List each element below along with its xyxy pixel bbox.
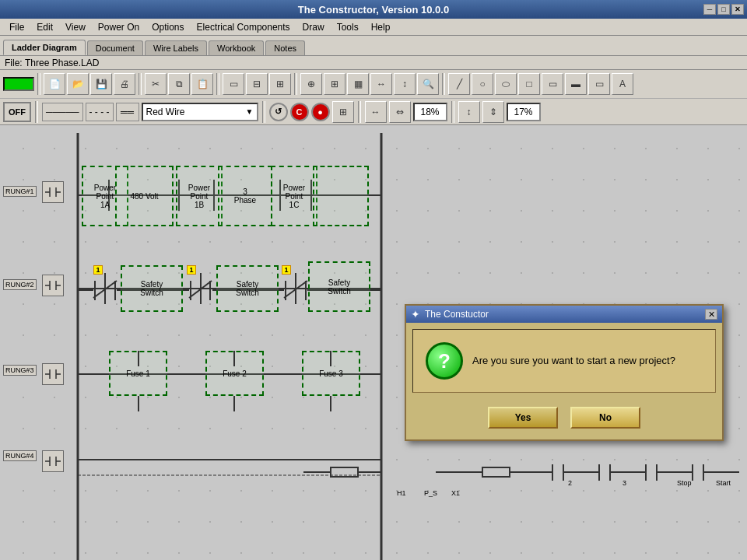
component-table[interactable]: ⊞: [324, 73, 345, 95]
tab-ladder-diagram[interactable]: Ladder Diagram: [3, 40, 86, 55]
solid-line-btn[interactable]: ─────: [42, 103, 83, 121]
rect2-tool[interactable]: ▭: [542, 73, 563, 95]
dialog-question-icon: ?: [426, 342, 463, 380]
menu-bar: File Edit View Power On Options Electric…: [0, 19, 747, 36]
power-point-1c[interactable]: PowerPoint1C: [271, 166, 317, 226]
rect4-tool[interactable]: ▭: [588, 73, 610, 95]
menu-edit[interactable]: Edit: [30, 20, 59, 34]
menu-options[interactable]: Options: [146, 20, 190, 34]
rect-tool[interactable]: □: [518, 73, 540, 95]
circle-tool[interactable]: ○: [472, 73, 493, 95]
dropdown-arrow: ▼: [246, 107, 254, 116]
toolbar-row2: OFF ───── - - - - ══ Red Wire ▼ ↺ C ● ⊞ …: [0, 98, 747, 124]
tab-workbook[interactable]: Workbook: [209, 40, 264, 55]
io-btn2[interactable]: ↕: [394, 73, 416, 95]
bottom-label-start: Start: [716, 479, 731, 487]
cut-button[interactable]: ✂: [145, 73, 167, 95]
safety-switch-2[interactable]: SafetySwitch: [216, 265, 279, 312]
rung-icon-1: [42, 181, 64, 203]
grid-button[interactable]: ⊞: [269, 73, 291, 95]
ellipse-tool[interactable]: ⬭: [495, 73, 517, 95]
dialog-content: ? Are you sure you want to start a new p…: [412, 329, 716, 393]
rung-icon-3: [42, 363, 64, 385]
save-button[interactable]: 💾: [90, 73, 112, 95]
safety-switch-1[interactable]: SafetySwitch: [121, 265, 183, 312]
contact-num-3: 1: [282, 265, 291, 275]
record-btn[interactable]: ●: [311, 103, 330, 121]
window-controls: ─ □ ✕: [703, 4, 744, 15]
zoom-v-out[interactable]: ↕: [458, 101, 480, 123]
tab-notes[interactable]: Notes: [265, 40, 305, 55]
480volt[interactable]: 480 Volt: [115, 166, 174, 226]
tab-wire-labels[interactable]: Wire Labels: [145, 40, 207, 55]
dialog-yes-button[interactable]: Yes: [488, 407, 558, 429]
zoom-h-in[interactable]: ⇔: [389, 101, 411, 123]
tb-sep-5: [442, 73, 445, 95]
new-button[interactable]: 📄: [44, 73, 65, 95]
wire-type-label: Red Wire: [146, 107, 185, 117]
minimize-button[interactable]: ─: [703, 4, 716, 15]
title-bar: The Constructor, Version 10.0.0 ─ □ ✕: [0, 0, 747, 19]
main-canvas[interactable]: RUNG#1 RUNG#2 RUNG#3 RUNG#4 PowerPoint1A…: [0, 125, 747, 560]
menu-help[interactable]: Help: [365, 20, 397, 34]
bottom-label-h1: H1: [397, 489, 406, 497]
filename: Three Phase.LAD: [25, 58, 99, 68]
menu-poweron[interactable]: Power On: [92, 20, 146, 34]
split-button[interactable]: ⊟: [246, 73, 268, 95]
refresh-btn[interactable]: ↺: [269, 103, 288, 121]
close-button[interactable]: ✕: [731, 4, 744, 15]
menu-tools[interactable]: Tools: [331, 20, 365, 34]
io-btn1[interactable]: ↔: [370, 73, 392, 95]
menu-electrical[interactable]: Electrical Components: [191, 20, 296, 34]
safety-switch-3[interactable]: SafetySwitch: [308, 261, 370, 312]
more-btn[interactable]: A: [612, 73, 633, 95]
app-title: The Constructor, Version 10.0.0: [298, 4, 449, 16]
rung-icon-2: [42, 275, 64, 296]
file-info: File: Three Phase.LAD: [0, 56, 747, 70]
rect3-tool[interactable]: ▬: [565, 73, 587, 95]
paste-button[interactable]: 📋: [191, 73, 213, 95]
menu-draw[interactable]: Draw: [296, 20, 331, 34]
tb-sep-4: [294, 73, 297, 95]
open-button[interactable]: 📂: [67, 73, 89, 95]
rung-label-3: RUNG#3: [3, 365, 37, 376]
menu-view[interactable]: View: [59, 20, 92, 34]
bottom-label-2: 2: [568, 479, 572, 487]
contact-num-1: 1: [93, 265, 103, 275]
tab-document[interactable]: Document: [87, 40, 143, 55]
component-view[interactable]: ▦: [347, 73, 369, 95]
copy-button[interactable]: ⧉: [168, 73, 190, 95]
maximize-button[interactable]: □: [717, 4, 730, 15]
3phase[interactable]: 3Phase: [218, 166, 272, 226]
dialog-no-button[interactable]: No: [570, 407, 640, 429]
power-indicator: [3, 77, 34, 91]
empty-box-1[interactable]: [313, 166, 369, 226]
fuse-3[interactable]: Fuse 3: [302, 351, 360, 396]
zoom-h-out[interactable]: ↔: [365, 101, 387, 123]
rect-button[interactable]: ▭: [223, 73, 244, 95]
rung-label-4: RUNG#4: [3, 450, 37, 461]
menu-file[interactable]: File: [3, 20, 30, 34]
double-line-btn[interactable]: ══: [116, 103, 139, 121]
file-label: File:: [5, 58, 23, 68]
component-add[interactable]: ⊕: [300, 73, 322, 95]
print-button[interactable]: 🖨: [114, 73, 135, 95]
fuse-1[interactable]: Fuse 1: [109, 351, 167, 396]
rung-label-2: RUNG#2: [3, 279, 37, 290]
dialog: ✦ The Constuctor ✕ ? Are you sure you wa…: [405, 304, 724, 441]
dashed-line-btn[interactable]: - - - -: [86, 103, 114, 121]
dialog-close-button[interactable]: ✕: [705, 309, 717, 320]
contact-num-2: 1: [187, 265, 196, 275]
power-point-1b[interactable]: PowerPoint1B: [176, 166, 223, 226]
fuse-2[interactable]: Fuse 2: [205, 351, 264, 396]
stop-btn[interactable]: C: [290, 103, 309, 121]
zoom-v-in[interactable]: ⇕: [482, 101, 504, 123]
line-tool[interactable]: ╱: [448, 73, 470, 95]
wire-type-dropdown[interactable]: Red Wire ▼: [142, 103, 258, 121]
tb-sep-2: [139, 73, 142, 95]
zoom-btn[interactable]: 🔍: [417, 73, 439, 95]
dialog-buttons: Yes No: [406, 399, 722, 439]
tabs-bar: Ladder Diagram Document Wire Labels Work…: [0, 36, 747, 56]
grid2-btn[interactable]: ⊞: [332, 101, 354, 123]
off-button[interactable]: OFF: [3, 102, 31, 122]
